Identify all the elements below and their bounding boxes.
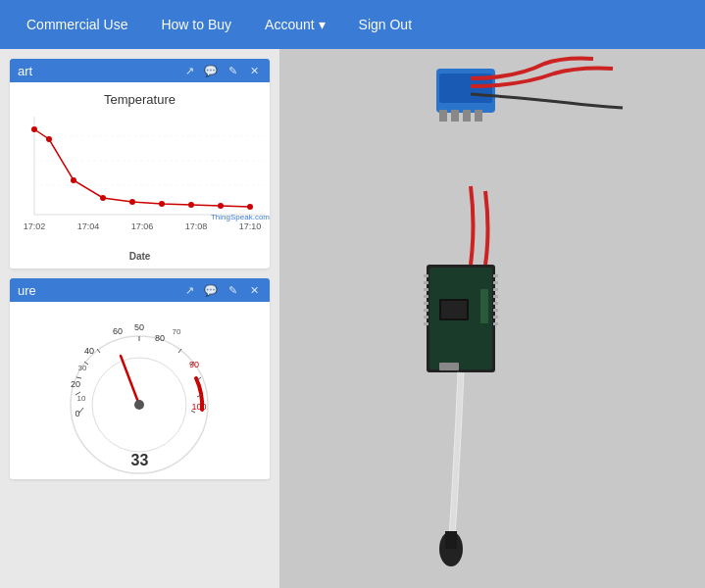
svg-rect-73 (493, 322, 498, 325)
svg-rect-71 (493, 309, 498, 312)
svg-point-9 (129, 199, 135, 205)
svg-rect-48 (451, 110, 459, 122)
svg-rect-61 (424, 295, 428, 298)
svg-text:17:02: 17:02 (24, 221, 46, 231)
temperature-chart-title: art (18, 64, 32, 78)
svg-rect-68 (493, 288, 498, 291)
left-panel: art ↗ 💬 ✎ ✕ Temperature (0, 49, 279, 588)
gauge-header: ure ↗ 💬 ✎ ✕ (10, 278, 270, 302)
gauge-body: 0 20 40 60 80 90 100 50 10 30 70 (10, 302, 270, 479)
svg-rect-64 (424, 316, 428, 318)
svg-rect-67 (493, 281, 498, 284)
close-icon-2[interactable]: ✕ (246, 282, 262, 298)
svg-rect-66 (493, 274, 498, 277)
svg-point-12 (218, 203, 224, 209)
nav-sign-out[interactable]: Sign Out (347, 11, 424, 38)
gauge-title: ure (18, 283, 36, 298)
svg-text:17:10: 17:10 (239, 221, 262, 231)
svg-text:40: 40 (84, 346, 94, 356)
svg-text:70: 70 (173, 327, 181, 336)
svg-text:ThingSpeak.com: ThingSpeak.com (211, 213, 270, 221)
temperature-chart-header: art ↗ 💬 ✎ ✕ (10, 59, 270, 82)
svg-text:50: 50 (134, 322, 144, 332)
gauge-value: 33 (131, 452, 149, 469)
svg-text:30: 30 (78, 364, 87, 372)
svg-point-33 (134, 400, 144, 410)
comment-icon-2[interactable]: 💬 (203, 282, 219, 298)
share-icon-2[interactable]: ↗ (181, 282, 197, 298)
svg-rect-47 (439, 110, 447, 122)
edit-icon-2[interactable]: ✎ (225, 282, 240, 298)
gauge-actions: ↗ 💬 ✎ ✕ (181, 282, 262, 298)
svg-text:0: 0 (75, 409, 79, 418)
svg-rect-75 (445, 531, 457, 549)
svg-text:20: 20 (71, 379, 80, 389)
svg-rect-62 (424, 302, 428, 305)
close-icon[interactable]: ✕ (246, 63, 262, 78)
edit-icon[interactable]: ✎ (225, 63, 240, 78)
chart-title: Temperature (20, 92, 260, 107)
hardware-image (279, 49, 705, 588)
right-panel (279, 49, 705, 588)
navbar: Commercial Use How to Buy Account ▾ Sign… (0, 0, 705, 49)
svg-rect-49 (463, 110, 471, 122)
temperature-svg: 17:02 17:04 17:06 17:08 17:10 ThingSpeak… (20, 112, 270, 239)
gauge-widget: ure ↗ 💬 ✎ ✕ (10, 278, 270, 479)
share-icon[interactable]: ↗ (181, 63, 197, 78)
nav-how-to-buy[interactable]: How to Buy (149, 11, 243, 38)
svg-point-13 (247, 204, 253, 210)
svg-point-8 (100, 195, 106, 201)
svg-rect-69 (493, 295, 498, 298)
chart-container: Temperature (20, 92, 260, 259)
svg-point-6 (46, 136, 52, 142)
svg-rect-50 (475, 110, 482, 122)
svg-rect-63 (424, 309, 428, 312)
svg-rect-59 (424, 281, 428, 284)
svg-rect-58 (424, 274, 428, 277)
svg-rect-70 (493, 302, 498, 305)
svg-text:10: 10 (77, 394, 86, 403)
svg-text:80: 80 (155, 333, 165, 343)
svg-text:17:04: 17:04 (77, 221, 100, 231)
gauge-svg: 0 20 40 60 80 90 100 50 10 30 70 (54, 317, 226, 444)
comment-icon[interactable]: 💬 (203, 63, 219, 78)
temperature-chart-body: Temperature (10, 82, 270, 269)
temperature-chart-actions: ↗ 💬 ✎ ✕ (181, 63, 262, 78)
svg-point-5 (31, 126, 37, 132)
nav-account[interactable]: Account ▾ (253, 11, 336, 38)
svg-rect-57 (480, 289, 488, 323)
svg-text:17:08: 17:08 (185, 221, 208, 231)
nav-commercial-use[interactable]: Commercial Use (15, 11, 139, 38)
svg-point-7 (71, 177, 76, 183)
svg-text:17:06: 17:06 (131, 221, 154, 231)
temperature-chart-widget: art ↗ 💬 ✎ ✕ Temperature (10, 59, 270, 269)
svg-rect-55 (441, 301, 467, 318)
main-layout: art ↗ 💬 ✎ ✕ Temperature (0, 49, 705, 588)
date-label: Date (20, 251, 260, 262)
svg-point-11 (188, 202, 194, 208)
svg-rect-60 (424, 288, 428, 291)
svg-rect-65 (424, 322, 428, 325)
chart-area: 17:02 17:04 17:06 17:08 17:10 ThingSpeak… (20, 112, 260, 249)
svg-text:100: 100 (191, 402, 206, 412)
svg-text:60: 60 (113, 326, 123, 336)
svg-point-10 (159, 201, 165, 207)
svg-rect-56 (439, 363, 459, 370)
svg-rect-72 (493, 316, 498, 318)
